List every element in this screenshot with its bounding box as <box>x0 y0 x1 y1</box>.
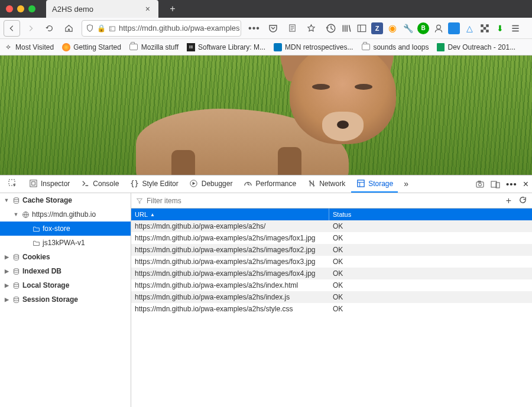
tab-network[interactable]: Network <box>302 175 350 193</box>
tab-storage[interactable]: Storage <box>351 175 398 193</box>
svg-point-33 <box>14 254 18 256</box>
shield-icon[interactable] <box>86 24 94 32</box>
table-row[interactable]: https://mdn.github.io/pwa-examples/a2hs/… <box>131 268 532 279</box>
ext-grid-icon[interactable] <box>479 22 491 34</box>
back-button[interactable] <box>4 20 20 37</box>
table-row[interactable]: https://mdn.github.io/pwa-examples/a2hs/… <box>131 256 532 268</box>
tree-origin[interactable]: ▼ https://mdn.github.io <box>0 207 131 222</box>
tree-cache-fox-store[interactable]: fox-store <box>0 222 131 236</box>
ext-green-dot-icon[interactable]: B <box>417 22 429 34</box>
downloads-icon[interactable]: ⬇ <box>494 22 506 34</box>
menu-icon[interactable] <box>510 22 521 34</box>
database-icon <box>12 295 20 304</box>
ext-blue-icon[interactable] <box>448 22 460 34</box>
bookmark-sounds-loops[interactable]: sounds and loops <box>361 43 429 51</box>
lock-icon[interactable]: 🔒 <box>97 24 106 32</box>
reload-button[interactable] <box>41 20 58 37</box>
ext-z-icon[interactable]: Z <box>371 22 383 34</box>
cell-status: OK <box>329 305 532 313</box>
expand-arrow-icon: ▼ <box>4 197 9 203</box>
svg-point-27 <box>478 183 481 186</box>
tab-inspector[interactable]: Inspector <box>24 175 74 193</box>
screenshot-icon[interactable] <box>475 180 485 189</box>
reader-icon[interactable] <box>284 20 300 37</box>
table-row[interactable]: https://mdn.github.io/pwa-examples/a2hs/… <box>131 303 532 315</box>
bookmark-dev-outreach[interactable]: Dev Outreach - 201... <box>437 43 515 51</box>
table-row[interactable]: https://mdn.github.io/pwa-examples/a2hs/… <box>131 232 532 244</box>
devtools-picker-button[interactable] <box>4 175 22 193</box>
svg-rect-15 <box>484 27 486 30</box>
tab-console[interactable]: Console <box>76 175 124 193</box>
sidebar-icon[interactable] <box>356 22 368 34</box>
account-icon[interactable] <box>433 22 445 34</box>
globe-icon <box>21 210 30 219</box>
cell-url: https://mdn.github.io/pwa-examples/a2hs/… <box>131 305 329 313</box>
bookmark-getting-started[interactable]: Getting Started <box>62 43 121 51</box>
svg-point-2 <box>111 29 112 30</box>
folder-icon <box>361 43 370 51</box>
bookmark-most-visited[interactable]: ✧ Most Visited <box>4 43 54 51</box>
close-tab-icon[interactable]: × <box>145 4 150 14</box>
fox-image <box>100 56 432 175</box>
table-row[interactable]: https://mdn.github.io/pwa-examples/a2hs/… <box>131 291 532 303</box>
cell-url: https://mdn.github.io/pwa-examples/a2hs/… <box>131 258 329 266</box>
permissions-icon[interactable] <box>109 25 116 32</box>
bookmark-mozilla-stuff[interactable]: Mozilla stuff <box>129 43 179 51</box>
tree-cookies[interactable]: ▶ Cookies <box>0 250 131 264</box>
filter-input[interactable] <box>147 197 265 205</box>
table-row[interactable]: https://mdn.github.io/pwa-examples/a2hs/… <box>131 244 532 256</box>
close-window-button[interactable] <box>6 5 13 12</box>
tree-cache-js13k[interactable]: js13kPWA-v1 <box>0 236 131 250</box>
library-icon[interactable] <box>340 22 352 34</box>
history-icon[interactable] <box>325 22 337 34</box>
bookmark-software-library[interactable]: III Software Library: M... <box>187 43 265 51</box>
svg-rect-12 <box>486 24 489 27</box>
ext-wrench-icon[interactable]: 🔧 <box>402 22 414 34</box>
tree-session-storage[interactable]: ▶ Session Storage <box>0 292 131 307</box>
table-row[interactable]: https://mdn.github.io/pwa-examples/a2hs/… <box>131 279 532 291</box>
bookmark-mdn-retro[interactable]: MDN retrospectives... <box>274 43 353 51</box>
add-item-button[interactable]: + <box>506 196 511 206</box>
new-tab-button[interactable]: + <box>166 2 180 16</box>
svg-rect-14 <box>486 30 489 32</box>
table-header: URL▲ Status <box>131 209 532 220</box>
collapse-arrow-icon: ▶ <box>4 268 9 274</box>
expand-arrow-icon: ▼ <box>13 211 19 217</box>
devtools-meatball-icon[interactable]: ••• <box>506 179 517 189</box>
pocket-icon[interactable] <box>265 20 281 37</box>
browser-tab[interactable]: A2HS demo × <box>46 0 158 18</box>
page-actions-icon[interactable]: ••• <box>246 20 262 37</box>
table-row[interactable]: https://mdn.github.io/pwa-examples/a2hs/… <box>131 220 532 232</box>
devtools-close-icon[interactable]: × <box>523 179 528 190</box>
folder-icon <box>32 239 40 247</box>
folder-icon <box>32 224 40 233</box>
responsive-icon[interactable] <box>491 180 500 189</box>
svg-point-10 <box>437 25 441 29</box>
tab-performance[interactable]: Performance <box>238 175 301 193</box>
minimize-window-button[interactable] <box>17 5 24 12</box>
maximize-window-button[interactable] <box>28 5 35 12</box>
forward-button[interactable] <box>22 20 39 37</box>
collapse-arrow-icon: ▶ <box>4 254 9 260</box>
navigation-toolbar: 🔒 https://mdn.github.io/pwa-examples •••… <box>0 18 532 39</box>
tabs-overflow-button[interactable]: » <box>399 175 413 193</box>
url-bar[interactable]: 🔒 https://mdn.github.io/pwa-examples <box>82 20 241 37</box>
collapse-arrow-icon: ▶ <box>4 297 9 302</box>
column-url[interactable]: URL▲ <box>131 209 329 220</box>
devtools-tabbar: Inspector Console {}Style Editor Debugge… <box>0 175 532 193</box>
home-button[interactable] <box>60 20 77 37</box>
tab-debugger[interactable]: Debugger <box>184 175 238 193</box>
ext-triangle-icon[interactable]: △ <box>463 22 475 34</box>
page-content <box>0 56 532 175</box>
tree-indexed-db[interactable]: ▶ Indexed DB <box>0 264 131 278</box>
tab-style-editor[interactable]: {}Style Editor <box>125 175 183 193</box>
ext-orange-icon[interactable]: ◉ <box>387 22 398 34</box>
tree-cache-storage[interactable]: ▼ Cache Storage <box>0 193 131 207</box>
refresh-button[interactable] <box>518 196 527 206</box>
database-icon <box>12 267 20 275</box>
svg-point-35 <box>14 282 18 284</box>
tree-local-storage[interactable]: ▶ Local Storage <box>0 278 131 292</box>
column-status[interactable]: Status <box>329 209 532 220</box>
cell-url: https://mdn.github.io/pwa-examples/a2hs/… <box>131 234 329 242</box>
bookmark-star-icon[interactable] <box>303 20 319 37</box>
